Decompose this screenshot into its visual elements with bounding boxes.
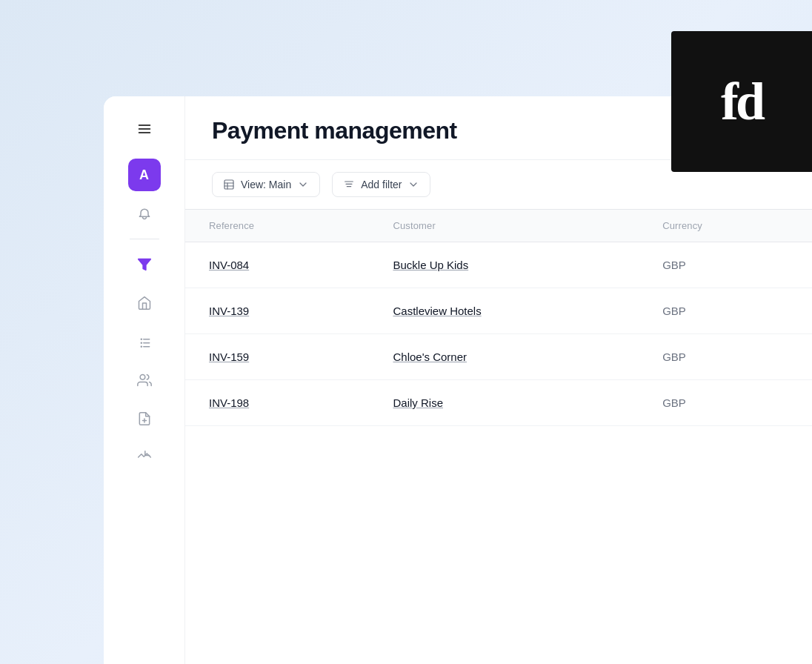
fd-logo-text: fd [721, 71, 762, 133]
add-filter-button[interactable]: Add filter [332, 172, 430, 197]
customer-link[interactable]: Chloe's Corner [393, 351, 467, 363]
sidebar-item-notifications[interactable] [128, 197, 161, 230]
cell-customer[interactable]: Chloe's Corner [369, 334, 639, 380]
customer-link[interactable]: Castleview Hotels [393, 305, 481, 317]
filter-lines-icon [343, 179, 355, 190]
sidebar-item-activity[interactable] [128, 441, 161, 474]
sidebar-item-team[interactable] [128, 364, 161, 396]
sidebar-item-filter[interactable] [128, 248, 161, 281]
cell-customer[interactable]: Daily Rise [369, 380, 639, 426]
cell-reference[interactable]: INV-084 [185, 242, 369, 288]
cell-currency: GBP [639, 380, 812, 426]
column-header-currency: Currency [639, 210, 812, 242]
cell-reference[interactable]: INV-139 [185, 288, 369, 334]
table-container: Reference Customer Currency INV-084 Buck… [185, 210, 812, 664]
sidebar-item-documents[interactable] [128, 402, 161, 435]
customer-link[interactable]: Daily Rise [393, 396, 443, 409]
filter-button-label: Add filter [361, 179, 402, 190]
sidebar-item-tasks[interactable] [128, 325, 161, 358]
table-row: INV-198 Daily Rise GBP [185, 380, 812, 426]
cell-currency: GBP [639, 334, 812, 380]
table-row: INV-139 Castleview Hotels GBP [185, 288, 812, 334]
sidebar-item-home[interactable] [128, 287, 161, 319]
reference-link[interactable]: INV-139 [209, 305, 249, 317]
main-content: Payment management View: Main [185, 96, 812, 664]
app-container: A [104, 96, 812, 664]
column-header-reference: Reference [185, 210, 369, 242]
svg-rect-12 [224, 180, 233, 189]
customer-link[interactable]: Buckle Up Kids [393, 259, 468, 271]
chevron-down-icon [297, 179, 309, 190]
reference-link[interactable]: INV-159 [209, 351, 249, 363]
svg-point-3 [140, 338, 142, 340]
column-header-customer: Customer [369, 210, 639, 242]
svg-point-5 [140, 342, 142, 344]
sidebar-item-avatar[interactable]: A [128, 159, 161, 191]
menu-icon[interactable] [130, 114, 159, 144]
cell-customer[interactable]: Castleview Hotels [369, 288, 639, 334]
cell-reference[interactable]: INV-159 [185, 334, 369, 380]
cell-currency: GBP [639, 242, 812, 288]
cell-reference[interactable]: INV-198 [185, 380, 369, 426]
payments-table: Reference Customer Currency INV-084 Buck… [185, 210, 812, 426]
view-button-label: View: Main [241, 179, 291, 190]
filter-chevron-down-icon [407, 179, 419, 190]
sidebar-divider-top [130, 239, 159, 239]
table-row: INV-159 Chloe's Corner GBP [185, 334, 812, 380]
view-main-button[interactable]: View: Main [212, 172, 320, 197]
table-header-row: Reference Customer Currency [185, 210, 812, 242]
cell-currency: GBP [639, 288, 812, 334]
reference-link[interactable]: INV-198 [209, 396, 249, 409]
svg-point-7 [140, 345, 142, 348]
cell-customer[interactable]: Buckle Up Kids [369, 242, 639, 288]
table-icon [223, 179, 235, 190]
svg-point-9 [140, 375, 145, 380]
reference-link[interactable]: INV-084 [209, 259, 249, 271]
sidebar: A [104, 96, 185, 664]
fd-badge: fd [671, 31, 812, 172]
avatar-label: A [139, 167, 149, 183]
table-row: INV-084 Buckle Up Kids GBP [185, 242, 812, 288]
